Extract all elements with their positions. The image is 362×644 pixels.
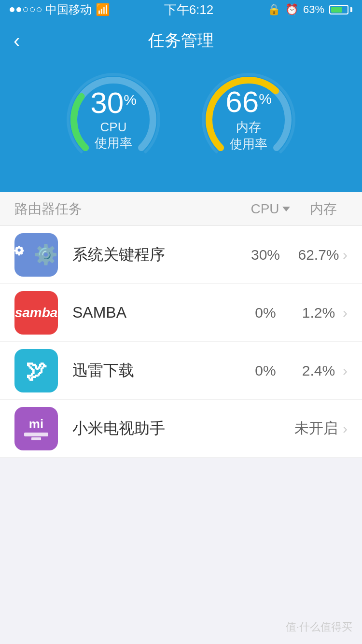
app-cpu-system: 30% [237, 247, 294, 263]
cpu-gauge-wrapper: 30 % CPU 使用率 [65, 71, 162, 168]
chevron-icon-system: › [343, 247, 348, 263]
battery-tip [350, 7, 352, 12]
dot2 [16, 7, 21, 12]
mem-percent-sym: % [259, 92, 272, 106]
dot5 [37, 7, 42, 12]
battery-percent: 63% [303, 3, 324, 16]
mem-percent: 66 % [225, 87, 272, 117]
app-icon-system: ⚙️ [14, 233, 58, 277]
chevron-icon-samba: › [343, 305, 348, 321]
mem-gauge-text: 66 % 内存 使用率 [225, 87, 272, 153]
sort-arrow-icon [282, 207, 290, 211]
mem-gauge-wrapper: 66 % 内存 使用率 [200, 71, 297, 168]
back-button[interactable]: ‹ [14, 31, 20, 50]
lock-icon: 🔒 [267, 3, 280, 16]
cpu-percent: 30 % [90, 88, 137, 118]
app-name-samba: SAMBA [58, 304, 237, 322]
list-header-mem: 内存 [299, 200, 348, 218]
wifi-icon: 📶 [96, 3, 110, 16]
battery-indicator [329, 5, 352, 14]
task-row-xunlei[interactable]: 🕊 迅雷下载 0% 2.4% › [0, 342, 362, 400]
page-title: 任务管理 [148, 29, 214, 52]
cpu-label2: 使用率 [90, 135, 137, 152]
app-icon-samba: samba [14, 291, 58, 335]
mi-text: mi [29, 417, 43, 432]
list-section: 路由器任务 CPU 内存 ⚙️ 系统关键程序 30% 62.7% › [0, 192, 362, 458]
list-header-cpu[interactable]: CPU [241, 201, 299, 217]
app-icon-xunlei: 🕊 [14, 349, 58, 392]
app-status-mi: 未开启 [294, 419, 338, 438]
cpu-label1: CPU [90, 120, 137, 135]
mi-icon-inner: mi [24, 417, 48, 440]
mem-value: 66 [225, 87, 259, 117]
cpu-value: 30 [90, 88, 124, 118]
mi-tv-stand [31, 437, 41, 440]
app-name-system: 系统关键程序 [58, 244, 237, 266]
cpu-gauge-container: 30 % CPU 使用率 [65, 71, 162, 168]
app-cpu-samba: 0% [237, 305, 294, 321]
status-left: 中国移动 📶 [10, 2, 110, 17]
battery-fill [331, 7, 342, 13]
app-mem-xunlei: 2.4% [294, 363, 343, 379]
battery-bar [329, 5, 348, 14]
list-header: 路由器任务 CPU 内存 [0, 192, 362, 226]
samba-icon-inner: samba [15, 306, 58, 320]
nav-bar: ‹ 任务管理 [0, 19, 362, 62]
samba-text: samba [15, 306, 58, 320]
app-cpu-xunlei: 0% [237, 363, 294, 379]
mem-label1: 内存 [225, 119, 272, 136]
dot4 [30, 7, 35, 12]
gear-icon [14, 243, 34, 267]
gauge-section: 30 % CPU 使用率 66 % 内存 使用率 [0, 62, 362, 192]
watermark: 值·什么值得买 [286, 620, 352, 634]
app-mem-system: 62.7% [294, 247, 343, 263]
cpu-gauge-text: 30 % CPU 使用率 [90, 88, 137, 152]
cpu-percent-sym: % [124, 93, 137, 107]
mem-gauge-container: 66 % 内存 使用率 [200, 71, 297, 168]
chevron-icon-mi: › [343, 420, 348, 437]
task-row-system[interactable]: ⚙️ 系统关键程序 30% 62.7% › [0, 226, 362, 284]
dot1 [10, 7, 14, 12]
xunlei-bird-icon: 🕊 [26, 359, 47, 383]
alarm-icon: ⏰ [285, 3, 298, 16]
dot3 [23, 7, 28, 12]
time-label: 下午6:12 [164, 1, 214, 18]
status-bar: 中国移动 📶 下午6:12 🔒 ⏰ 63% [0, 0, 362, 19]
chevron-icon-xunlei: › [343, 363, 348, 379]
app-icon-mi: mi [14, 407, 58, 450]
app-name-xunlei: 迅雷下载 [58, 360, 237, 381]
cpu-col-label: CPU [251, 201, 279, 217]
mem-label2: 使用率 [225, 136, 272, 153]
carrier-label: 中国移动 [45, 2, 92, 17]
app-mem-samba: 1.2% [294, 305, 343, 321]
list-header-task: 路由器任务 [14, 200, 241, 218]
task-row-mi-tv[interactable]: mi 小米电视助手 未开启 › [0, 400, 362, 458]
mi-tv-bar [24, 433, 48, 436]
signal-dots [10, 7, 42, 12]
status-right: 🔒 ⏰ 63% [267, 3, 352, 16]
app-name-mi: 小米电视助手 [58, 418, 294, 439]
task-row-samba[interactable]: samba SAMBA 0% 1.2% › [0, 284, 362, 342]
